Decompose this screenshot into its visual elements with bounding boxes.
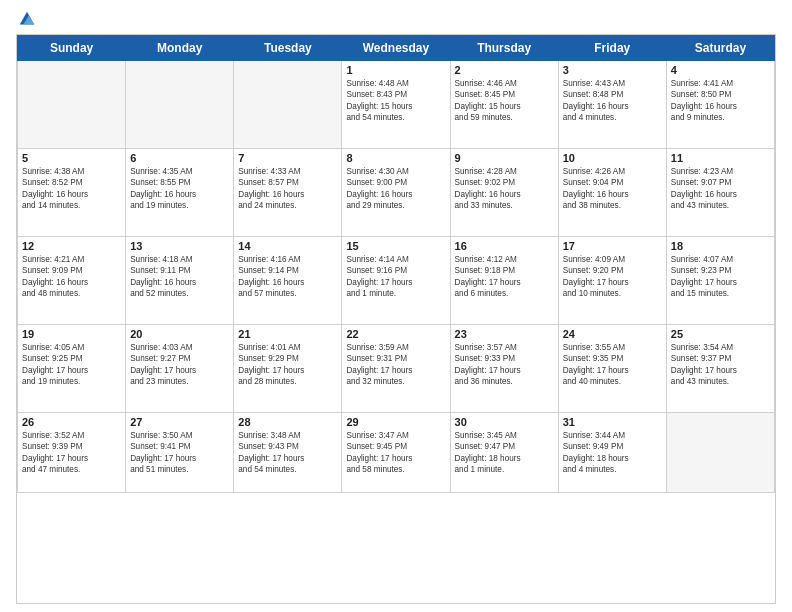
day-number: 29 bbox=[346, 416, 445, 428]
day-header-saturday: Saturday bbox=[666, 36, 774, 61]
cell-info: Sunrise: 4:21 AM Sunset: 9:09 PM Dayligh… bbox=[22, 254, 121, 300]
day-cell-25: 25Sunrise: 3:54 AM Sunset: 9:37 PM Dayli… bbox=[666, 325, 774, 413]
day-number: 6 bbox=[130, 152, 229, 164]
day-cell-13: 13Sunrise: 4:18 AM Sunset: 9:11 PM Dayli… bbox=[126, 237, 234, 325]
day-cell-14: 14Sunrise: 4:16 AM Sunset: 9:14 PM Dayli… bbox=[234, 237, 342, 325]
day-cell-5: 5Sunrise: 4:38 AM Sunset: 8:52 PM Daylig… bbox=[18, 149, 126, 237]
cell-info: Sunrise: 3:57 AM Sunset: 9:33 PM Dayligh… bbox=[455, 342, 554, 388]
day-number: 31 bbox=[563, 416, 662, 428]
day-cell-8: 8Sunrise: 4:30 AM Sunset: 9:00 PM Daylig… bbox=[342, 149, 450, 237]
day-cell-23: 23Sunrise: 3:57 AM Sunset: 9:33 PM Dayli… bbox=[450, 325, 558, 413]
day-number: 8 bbox=[346, 152, 445, 164]
day-number: 5 bbox=[22, 152, 121, 164]
day-number: 25 bbox=[671, 328, 770, 340]
day-header-monday: Monday bbox=[126, 36, 234, 61]
day-cell-28: 28Sunrise: 3:48 AM Sunset: 9:43 PM Dayli… bbox=[234, 413, 342, 493]
empty-cell bbox=[18, 61, 126, 149]
cell-info: Sunrise: 3:47 AM Sunset: 9:45 PM Dayligh… bbox=[346, 430, 445, 476]
cell-info: Sunrise: 4:23 AM Sunset: 9:07 PM Dayligh… bbox=[671, 166, 770, 212]
day-number: 17 bbox=[563, 240, 662, 252]
day-cell-15: 15Sunrise: 4:14 AM Sunset: 9:16 PM Dayli… bbox=[342, 237, 450, 325]
day-number: 15 bbox=[346, 240, 445, 252]
cell-info: Sunrise: 3:55 AM Sunset: 9:35 PM Dayligh… bbox=[563, 342, 662, 388]
cell-info: Sunrise: 4:01 AM Sunset: 9:29 PM Dayligh… bbox=[238, 342, 337, 388]
day-number: 9 bbox=[455, 152, 554, 164]
day-cell-6: 6Sunrise: 4:35 AM Sunset: 8:55 PM Daylig… bbox=[126, 149, 234, 237]
cell-info: Sunrise: 3:44 AM Sunset: 9:49 PM Dayligh… bbox=[563, 430, 662, 476]
day-number: 11 bbox=[671, 152, 770, 164]
day-cell-10: 10Sunrise: 4:26 AM Sunset: 9:04 PM Dayli… bbox=[558, 149, 666, 237]
cell-info: Sunrise: 3:50 AM Sunset: 9:41 PM Dayligh… bbox=[130, 430, 229, 476]
day-number: 26 bbox=[22, 416, 121, 428]
day-header-friday: Friday bbox=[558, 36, 666, 61]
cell-info: Sunrise: 4:35 AM Sunset: 8:55 PM Dayligh… bbox=[130, 166, 229, 212]
day-number: 13 bbox=[130, 240, 229, 252]
empty-cell bbox=[666, 413, 774, 493]
empty-cell bbox=[234, 61, 342, 149]
logo bbox=[16, 12, 36, 28]
day-number: 1 bbox=[346, 64, 445, 76]
cell-info: Sunrise: 3:48 AM Sunset: 9:43 PM Dayligh… bbox=[238, 430, 337, 476]
day-number: 3 bbox=[563, 64, 662, 76]
day-cell-22: 22Sunrise: 3:59 AM Sunset: 9:31 PM Dayli… bbox=[342, 325, 450, 413]
day-number: 30 bbox=[455, 416, 554, 428]
day-cell-1: 1Sunrise: 4:48 AM Sunset: 8:43 PM Daylig… bbox=[342, 61, 450, 149]
day-header-wednesday: Wednesday bbox=[342, 36, 450, 61]
day-cell-16: 16Sunrise: 4:12 AM Sunset: 9:18 PM Dayli… bbox=[450, 237, 558, 325]
cell-info: Sunrise: 3:52 AM Sunset: 9:39 PM Dayligh… bbox=[22, 430, 121, 476]
day-cell-2: 2Sunrise: 4:46 AM Sunset: 8:45 PM Daylig… bbox=[450, 61, 558, 149]
week-row-3: 12Sunrise: 4:21 AM Sunset: 9:09 PM Dayli… bbox=[18, 237, 775, 325]
day-cell-29: 29Sunrise: 3:47 AM Sunset: 9:45 PM Dayli… bbox=[342, 413, 450, 493]
day-number: 12 bbox=[22, 240, 121, 252]
day-cell-9: 9Sunrise: 4:28 AM Sunset: 9:02 PM Daylig… bbox=[450, 149, 558, 237]
cell-info: Sunrise: 4:16 AM Sunset: 9:14 PM Dayligh… bbox=[238, 254, 337, 300]
day-cell-11: 11Sunrise: 4:23 AM Sunset: 9:07 PM Dayli… bbox=[666, 149, 774, 237]
cell-info: Sunrise: 3:54 AM Sunset: 9:37 PM Dayligh… bbox=[671, 342, 770, 388]
cell-info: Sunrise: 4:05 AM Sunset: 9:25 PM Dayligh… bbox=[22, 342, 121, 388]
cell-info: Sunrise: 4:07 AM Sunset: 9:23 PM Dayligh… bbox=[671, 254, 770, 300]
cell-info: Sunrise: 4:46 AM Sunset: 8:45 PM Dayligh… bbox=[455, 78, 554, 124]
day-cell-24: 24Sunrise: 3:55 AM Sunset: 9:35 PM Dayli… bbox=[558, 325, 666, 413]
day-number: 22 bbox=[346, 328, 445, 340]
day-number: 21 bbox=[238, 328, 337, 340]
cell-info: Sunrise: 4:28 AM Sunset: 9:02 PM Dayligh… bbox=[455, 166, 554, 212]
cell-info: Sunrise: 4:30 AM Sunset: 9:00 PM Dayligh… bbox=[346, 166, 445, 212]
day-number: 18 bbox=[671, 240, 770, 252]
day-cell-20: 20Sunrise: 4:03 AM Sunset: 9:27 PM Dayli… bbox=[126, 325, 234, 413]
day-cell-27: 27Sunrise: 3:50 AM Sunset: 9:41 PM Dayli… bbox=[126, 413, 234, 493]
day-cell-18: 18Sunrise: 4:07 AM Sunset: 9:23 PM Dayli… bbox=[666, 237, 774, 325]
day-number: 19 bbox=[22, 328, 121, 340]
cell-info: Sunrise: 4:33 AM Sunset: 8:57 PM Dayligh… bbox=[238, 166, 337, 212]
day-number: 10 bbox=[563, 152, 662, 164]
day-number: 23 bbox=[455, 328, 554, 340]
cell-info: Sunrise: 4:12 AM Sunset: 9:18 PM Dayligh… bbox=[455, 254, 554, 300]
day-cell-30: 30Sunrise: 3:45 AM Sunset: 9:47 PM Dayli… bbox=[450, 413, 558, 493]
day-number: 20 bbox=[130, 328, 229, 340]
cell-info: Sunrise: 4:03 AM Sunset: 9:27 PM Dayligh… bbox=[130, 342, 229, 388]
day-header-tuesday: Tuesday bbox=[234, 36, 342, 61]
calendar: SundayMondayTuesdayWednesdayThursdayFrid… bbox=[16, 34, 776, 604]
cell-info: Sunrise: 4:26 AM Sunset: 9:04 PM Dayligh… bbox=[563, 166, 662, 212]
cell-info: Sunrise: 3:59 AM Sunset: 9:31 PM Dayligh… bbox=[346, 342, 445, 388]
week-row-1: 1Sunrise: 4:48 AM Sunset: 8:43 PM Daylig… bbox=[18, 61, 775, 149]
day-cell-19: 19Sunrise: 4:05 AM Sunset: 9:25 PM Dayli… bbox=[18, 325, 126, 413]
week-row-5: 26Sunrise: 3:52 AM Sunset: 9:39 PM Dayli… bbox=[18, 413, 775, 493]
day-cell-12: 12Sunrise: 4:21 AM Sunset: 9:09 PM Dayli… bbox=[18, 237, 126, 325]
cell-info: Sunrise: 3:45 AM Sunset: 9:47 PM Dayligh… bbox=[455, 430, 554, 476]
day-number: 27 bbox=[130, 416, 229, 428]
day-cell-7: 7Sunrise: 4:33 AM Sunset: 8:57 PM Daylig… bbox=[234, 149, 342, 237]
cell-info: Sunrise: 4:41 AM Sunset: 8:50 PM Dayligh… bbox=[671, 78, 770, 124]
week-row-2: 5Sunrise: 4:38 AM Sunset: 8:52 PM Daylig… bbox=[18, 149, 775, 237]
day-header-thursday: Thursday bbox=[450, 36, 558, 61]
cell-info: Sunrise: 4:48 AM Sunset: 8:43 PM Dayligh… bbox=[346, 78, 445, 124]
week-row-4: 19Sunrise: 4:05 AM Sunset: 9:25 PM Dayli… bbox=[18, 325, 775, 413]
day-cell-31: 31Sunrise: 3:44 AM Sunset: 9:49 PM Dayli… bbox=[558, 413, 666, 493]
day-cell-26: 26Sunrise: 3:52 AM Sunset: 9:39 PM Dayli… bbox=[18, 413, 126, 493]
day-number: 7 bbox=[238, 152, 337, 164]
day-number: 24 bbox=[563, 328, 662, 340]
day-cell-21: 21Sunrise: 4:01 AM Sunset: 9:29 PM Dayli… bbox=[234, 325, 342, 413]
days-header-row: SundayMondayTuesdayWednesdayThursdayFrid… bbox=[18, 36, 775, 61]
day-cell-4: 4Sunrise: 4:41 AM Sunset: 8:50 PM Daylig… bbox=[666, 61, 774, 149]
cell-info: Sunrise: 4:43 AM Sunset: 8:48 PM Dayligh… bbox=[563, 78, 662, 124]
cell-info: Sunrise: 4:09 AM Sunset: 9:20 PM Dayligh… bbox=[563, 254, 662, 300]
